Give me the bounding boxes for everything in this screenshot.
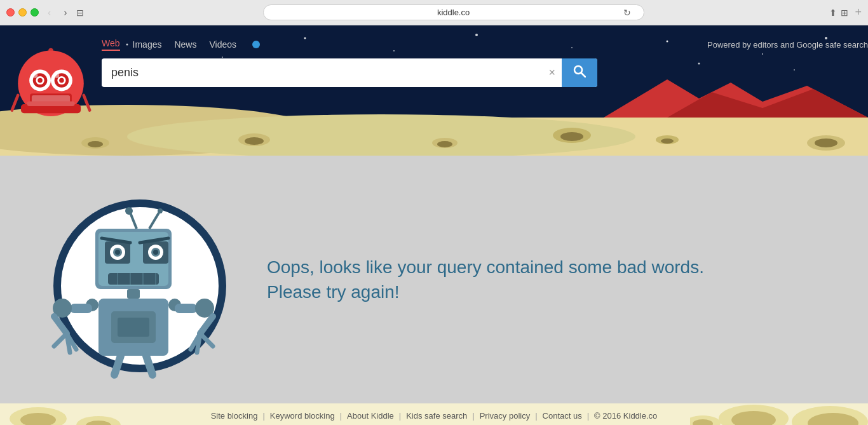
svg-point-29 — [560, 132, 583, 141]
svg-point-46 — [37, 78, 43, 83]
footer-keyword-blocking[interactable]: Keyword blocking — [270, 411, 335, 421]
svg-point-99 — [158, 208, 163, 213]
svg-rect-82 — [70, 304, 92, 313]
svg-point-27 — [245, 137, 264, 145]
sep-1: | — [262, 411, 264, 421]
fullscreen-button[interactable] — [31, 8, 39, 17]
footer-about-kiddle[interactable]: About Kiddle — [347, 411, 394, 421]
browser-actions: ⬆ ⊞ + — [829, 6, 862, 19]
share-button[interactable]: ⬆ — [829, 6, 837, 19]
svg-point-28 — [437, 141, 452, 147]
svg-line-55 — [84, 95, 90, 111]
back-button[interactable]: ‹ — [44, 6, 55, 20]
address-bar-wrap: kiddle.co ↻ — [89, 4, 818, 20]
footer-copyright: © 2016 Kiddle.co — [594, 411, 657, 421]
main-content: Oops, looks like your query contained so… — [0, 156, 868, 403]
svg-line-93 — [197, 334, 200, 353]
nav-images[interactable]: Images — [133, 39, 162, 50]
svg-line-57 — [581, 73, 585, 77]
search-input[interactable] — [102, 60, 542, 86]
svg-point-47 — [59, 78, 64, 83]
svg-point-33 — [815, 138, 837, 147]
sep-3: | — [399, 411, 401, 421]
svg-line-87 — [67, 334, 70, 353]
footer-kids-safe-search[interactable]: Kids safe search — [406, 411, 467, 421]
traffic-lights — [6, 8, 39, 17]
svg-point-30 — [661, 138, 674, 144]
search-icon — [573, 65, 586, 78]
svg-point-53 — [55, 73, 60, 78]
forward-button[interactable]: › — [60, 6, 71, 20]
sidebar-toggle-button[interactable]: ⊟ — [76, 8, 84, 18]
close-button[interactable] — [6, 8, 15, 17]
sep-5: | — [535, 411, 537, 421]
address-bar[interactable]: kiddle.co ↻ — [263, 4, 644, 20]
logo[interactable] — [6, 44, 95, 149]
footer: Site blocking | Keyword blocking | About… — [0, 403, 868, 425]
footer-site-blocking[interactable]: Site blocking — [211, 411, 258, 421]
nav-web[interactable]: Web — [102, 38, 120, 51]
error-robot-svg — [38, 178, 241, 381]
browser-chrome: ‹ › ⊟ kiddle.co ↻ ⬆ ⊞ + — [0, 0, 868, 25]
svg-point-67 — [115, 250, 120, 255]
logo-robot-svg — [6, 44, 95, 146]
footer-left-decor — [0, 403, 140, 425]
nav-links: Web Images News Videos — [102, 38, 260, 51]
reload-button[interactable]: ↻ — [623, 8, 631, 18]
search-bar: × — [102, 58, 597, 87]
landscape-decoration — [0, 79, 868, 156]
search-button[interactable] — [562, 58, 597, 87]
nav-dot — [252, 41, 260, 48]
search-clear-button[interactable]: × — [542, 66, 562, 79]
powered-text: Powered by editors and Google safe searc… — [707, 40, 868, 50]
svg-rect-79 — [118, 318, 149, 337]
minimize-button[interactable] — [18, 8, 27, 17]
footer-privacy-policy[interactable]: Privacy policy — [480, 411, 530, 421]
site-header: Web Images News Videos Powered by editor… — [0, 25, 868, 156]
footer-right-decor — [690, 403, 868, 425]
url-text: kiddle.co — [437, 8, 470, 17]
nav-videos[interactable]: Videos — [209, 39, 236, 50]
fullscreen-toggle-button[interactable]: ⊞ — [841, 6, 848, 19]
error-message: Oops, looks like your query contained so… — [267, 255, 712, 304]
svg-line-54 — [12, 95, 18, 111]
svg-point-97 — [125, 207, 133, 215]
svg-point-52 — [33, 73, 38, 78]
svg-rect-88 — [175, 304, 197, 313]
new-tab-button[interactable]: + — [855, 6, 862, 19]
footer-contact-us[interactable]: Contact us — [543, 411, 582, 421]
sep-2: | — [340, 411, 342, 421]
svg-rect-76 — [127, 289, 140, 299]
sep-4: | — [472, 411, 474, 421]
nav-news[interactable]: News — [174, 39, 196, 50]
svg-rect-71 — [108, 273, 159, 285]
sep-6: | — [587, 411, 589, 421]
svg-point-68 — [153, 250, 158, 255]
svg-rect-51 — [27, 101, 74, 106]
